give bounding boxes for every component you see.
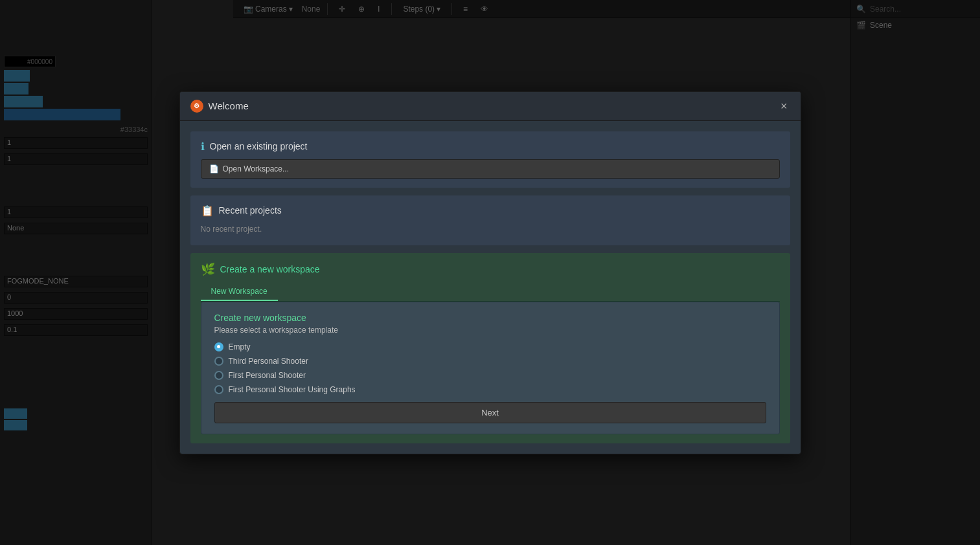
- no-recent-text: No recent project.: [201, 223, 780, 236]
- section-recent-header: 📋 Recent projects: [201, 205, 780, 217]
- section-recent-title: Recent projects: [219, 205, 282, 216]
- template-label-empty: Empty: [229, 342, 251, 351]
- template-label-third-person: Third Personal Shooter: [229, 357, 308, 366]
- modal-overlay: ⚙ Welcome × ℹ Open an existing project 📄…: [0, 0, 980, 545]
- next-button[interactable]: Next: [214, 402, 766, 423]
- workspace-tab-bar: New Workspace: [201, 283, 780, 302]
- template-option-first-person-graphs[interactable]: First Personal Shooter Using Graphs: [214, 385, 766, 394]
- workspace-form: Create new workspace Please select a wor…: [201, 302, 780, 434]
- template-option-first-person[interactable]: First Personal Shooter: [214, 371, 766, 380]
- open-workspace-label: Open Workspace...: [223, 164, 290, 173]
- section-open-title: Open an existing project: [210, 141, 308, 151]
- form-subtitle: Please select a workspace template: [214, 326, 766, 335]
- section-create-header: 🌿 Create a new workspace: [201, 262, 780, 276]
- section-recent-projects: 📋 Recent projects No recent project.: [190, 195, 790, 245]
- radio-first-person-graphs[interactable]: [214, 385, 223, 394]
- welcome-icon: ⚙: [190, 100, 203, 113]
- open-workspace-button[interactable]: 📄 Open Workspace...: [201, 159, 780, 179]
- section-open-project: ℹ Open an existing project 📄 Open Worksp…: [190, 131, 790, 188]
- recent-icon: 📋: [201, 205, 214, 217]
- folder-icon: 📄: [209, 164, 219, 173]
- template-label-first-person-graphs: First Personal Shooter Using Graphs: [229, 385, 356, 394]
- modal-close-button[interactable]: ×: [778, 100, 790, 112]
- template-option-empty[interactable]: Empty: [214, 342, 766, 351]
- new-workspace-tab[interactable]: New Workspace: [201, 283, 278, 301]
- modal-body: ℹ Open an existing project 📄 Open Worksp…: [180, 121, 801, 454]
- template-label-first-person: First Personal Shooter: [229, 371, 306, 380]
- radio-third-person[interactable]: [214, 357, 223, 366]
- section-create-title: Create a new workspace: [220, 264, 320, 274]
- modal-header: ⚙ Welcome ×: [180, 92, 801, 121]
- welcome-modal: ⚙ Welcome × ℹ Open an existing project 📄…: [179, 91, 801, 454]
- info-icon: ℹ: [201, 140, 205, 153]
- section-create-workspace: 🌿 Create a new workspace New Workspace C…: [190, 253, 790, 443]
- template-option-third-person[interactable]: Third Personal Shooter: [214, 357, 766, 366]
- section-open-header: ℹ Open an existing project: [201, 140, 780, 153]
- create-icon: 🌿: [201, 262, 215, 276]
- modal-title: Welcome: [209, 100, 773, 111]
- radio-empty[interactable]: [214, 342, 223, 351]
- radio-first-person[interactable]: [214, 371, 223, 380]
- form-title: Create new workspace: [214, 313, 766, 323]
